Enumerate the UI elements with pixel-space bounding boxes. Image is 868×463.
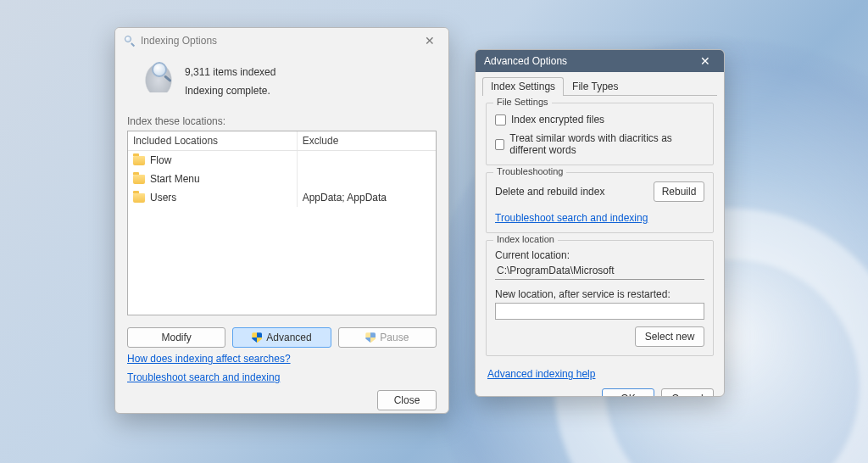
ok-button[interactable]: OK bbox=[602, 388, 654, 397]
items-indexed: 9,311 items indexed bbox=[185, 64, 275, 82]
how-indexing-link[interactable]: How does indexing affect searches? bbox=[127, 353, 291, 365]
location-name: Start Menu bbox=[150, 173, 200, 185]
troubleshooting-group: Troubleshooting Delete and rebuild index… bbox=[486, 172, 714, 233]
troubleshoot-link[interactable]: Troubleshoot search and indexing bbox=[495, 212, 648, 224]
troubleshooting-legend: Troubleshooting bbox=[493, 166, 566, 176]
new-location-label: New location, after service is restarted… bbox=[495, 288, 704, 300]
index-locations-label: Index these locations: bbox=[127, 115, 437, 127]
column-header-exclude[interactable]: Exclude bbox=[298, 131, 436, 150]
new-location-input[interactable] bbox=[495, 303, 704, 320]
select-new-button[interactable]: Select new bbox=[635, 326, 704, 347]
indexing-status-icon bbox=[142, 60, 175, 92]
index-location-legend: Index location bbox=[493, 234, 558, 244]
location-exclude bbox=[298, 176, 436, 182]
current-location-label: Current location: bbox=[495, 249, 704, 261]
rebuild-button[interactable]: Rebuild bbox=[654, 181, 704, 202]
shield-icon bbox=[252, 332, 262, 343]
folder-icon bbox=[133, 175, 145, 184]
locations-list: Included Locations Exclude Flow Start Me… bbox=[127, 131, 437, 315]
location-name: Flow bbox=[150, 154, 171, 166]
delete-rebuild-label: Delete and rebuild index bbox=[495, 186, 604, 198]
tab-file-types[interactable]: File Types bbox=[564, 77, 626, 95]
location-row[interactable]: Flow bbox=[128, 151, 436, 170]
close-icon[interactable]: ✕ bbox=[693, 53, 717, 70]
location-exclude bbox=[298, 157, 436, 164]
shield-icon bbox=[365, 332, 376, 343]
diacritics-checkbox[interactable]: Treat similar words with diacritics as d… bbox=[495, 132, 704, 156]
advanced-help-link[interactable]: Advanced indexing help bbox=[487, 368, 595, 380]
file-settings-legend: File Settings bbox=[493, 97, 552, 107]
cancel-button[interactable]: Cancel bbox=[661, 388, 714, 397]
indexing-complete: Indexing complete. bbox=[185, 82, 275, 101]
indexing-title: Indexing Options bbox=[141, 35, 217, 47]
close-icon[interactable]: ✕ bbox=[418, 32, 442, 49]
advanced-options-window: Advanced Options ✕ Index Settings File T… bbox=[475, 49, 725, 397]
troubleshoot-link[interactable]: Troubleshoot search and indexing bbox=[127, 371, 280, 383]
indexing-options-window: Indexing Options ✕ 9,311 items indexed I… bbox=[114, 27, 449, 414]
close-button[interactable]: Close bbox=[377, 390, 437, 410]
location-name: Users bbox=[150, 192, 176, 204]
search-icon bbox=[124, 35, 136, 47]
pause-button[interactable]: Pause bbox=[338, 327, 437, 348]
column-header-included[interactable]: Included Locations bbox=[128, 131, 298, 150]
index-location-group: Index location Current location: C:\Prog… bbox=[486, 240, 714, 356]
location-exclude: AppData; AppData bbox=[298, 188, 436, 207]
indexing-status: 9,311 items indexed Indexing complete. bbox=[127, 55, 437, 109]
file-settings-group: File Settings Index encrypted files Trea… bbox=[486, 103, 714, 165]
indexing-titlebar: Indexing Options ✕ bbox=[115, 28, 448, 53]
folder-icon bbox=[133, 156, 145, 165]
index-encrypted-checkbox[interactable]: Index encrypted files bbox=[495, 114, 704, 126]
location-row[interactable]: Start Menu bbox=[128, 170, 436, 188]
current-location-value: C:\ProgramData\Microsoft bbox=[495, 263, 704, 280]
tab-index-settings[interactable]: Index Settings bbox=[482, 77, 564, 95]
advanced-title: Advanced Options bbox=[484, 55, 567, 67]
advanced-button[interactable]: Advanced bbox=[232, 327, 331, 348]
folder-icon bbox=[133, 193, 145, 203]
advanced-titlebar: Advanced Options ✕ bbox=[476, 50, 724, 72]
location-row[interactable]: Users AppData; AppData bbox=[128, 188, 436, 207]
modify-button[interactable]: Modify bbox=[127, 327, 225, 348]
